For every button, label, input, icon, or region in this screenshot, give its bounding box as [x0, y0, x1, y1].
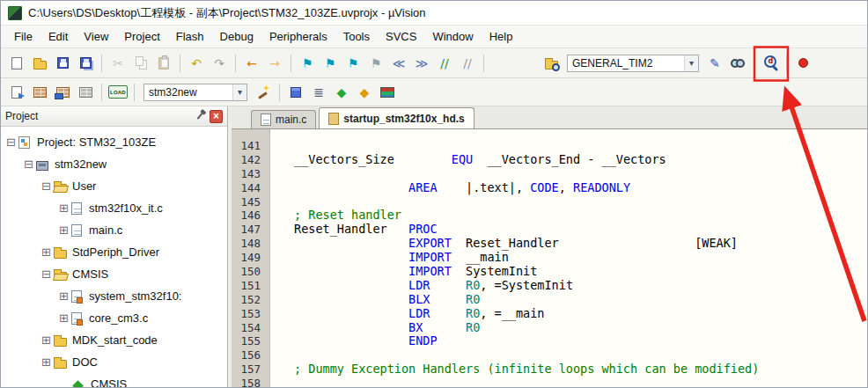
pin-icon[interactable] [193, 110, 206, 123]
build-icon[interactable] [29, 82, 50, 103]
menu-svcs[interactable]: SVCS [378, 26, 424, 47]
tree-item-cmsis[interactable]: ⊟CMSIS [1, 263, 227, 285]
chevron-down-icon[interactable] [684, 55, 698, 71]
menu-flash[interactable]: Flash [168, 26, 212, 47]
copy-icon[interactable] [130, 53, 151, 74]
chevron-down-icon[interactable] [232, 84, 246, 100]
comment-icon[interactable]: // [434, 53, 455, 74]
code-line[interactable]: 152 BLX R0 [232, 293, 867, 307]
tree-item-label: CMSIS [91, 377, 127, 387]
translate-icon[interactable] [6, 82, 27, 103]
collapse-icon[interactable]: ⊟ [6, 136, 18, 148]
tree-item-mdk-start-code[interactable]: ⊞MDK_start_code [1, 329, 227, 351]
code-line[interactable]: 149 IMPORT __main [232, 251, 867, 265]
expand-icon[interactable]: ⊞ [41, 356, 54, 368]
code-line[interactable]: 142__Vectors_Size EQU __Vectors_End - __… [232, 153, 867, 167]
search-icon[interactable] [727, 53, 748, 74]
tree-item-system-stm32f10[interactable]: ⊞system_stm32f10: [1, 285, 227, 307]
code-line[interactable]: 146; Reset handler [232, 209, 867, 223]
code-line[interactable]: 154 BX R0 [232, 321, 867, 335]
menu-tools[interactable]: Tools [335, 26, 378, 47]
tab-main-c[interactable]: main.c [251, 110, 316, 128]
indent-left-icon[interactable]: ≪ [388, 53, 409, 74]
collapse-icon[interactable]: ⊟ [24, 158, 36, 170]
tab-startup-s[interactable]: startup_stm32f10x_hd.s [319, 107, 474, 128]
books-icon[interactable] [377, 82, 398, 103]
open-file-icon[interactable] [29, 53, 50, 74]
nav-back-icon[interactable]: ← [241, 53, 262, 74]
expand-icon[interactable]: ⊞ [59, 312, 71, 324]
code-line[interactable]: 153 LDR R0, =__main [232, 307, 867, 321]
lookup-icon[interactable]: d [760, 53, 781, 74]
code-line[interactable]: 151 LDR R0, =SystemInit [232, 279, 867, 293]
code-line[interactable]: 144 AREA |.text|, CODE, READONLY [232, 181, 867, 195]
tree-item-user[interactable]: ⊟User [1, 175, 227, 197]
menu-project[interactable]: Project [116, 26, 167, 47]
uncomment-icon[interactable]: // [457, 53, 478, 74]
tree-item-stdperiph-driver[interactable]: ⊞StdPeriph_Driver [1, 241, 227, 263]
tree-item-stm32f10x-it-c[interactable]: ⊞stm32f10x_it.c [1, 197, 227, 219]
tree-item-core-cm3-c[interactable]: ⊞core_cm3.c [1, 307, 227, 329]
expand-icon[interactable]: ⊞ [59, 202, 71, 214]
rte-icon[interactable]: ◆ [331, 82, 352, 103]
paste-icon[interactable] [153, 53, 174, 74]
save-icon[interactable] [52, 53, 73, 74]
find-in-files-icon[interactable] [541, 53, 562, 74]
code-line[interactable]: 156 [232, 348, 867, 362]
expand-icon[interactable]: ⊞ [41, 246, 54, 258]
undo-icon[interactable]: ↶ [186, 53, 207, 74]
code-line[interactable]: 158 [232, 377, 867, 387]
download-icon[interactable]: LOAD [107, 82, 129, 103]
menu-file[interactable]: File [6, 26, 40, 47]
code-editor[interactable]: 141142__Vectors_Size EQU __Vectors_End -… [232, 129, 867, 387]
indent-right-icon[interactable]: ≫ [411, 53, 432, 74]
nav-forward-icon[interactable]: → [264, 53, 285, 74]
collapse-icon[interactable]: ⊟ [41, 180, 54, 192]
code-line[interactable]: 143 [232, 167, 867, 181]
menu-edit[interactable]: Edit [40, 26, 76, 47]
file-extensions-icon[interactable]: ≣ [308, 82, 329, 103]
tree-item-project-stm32-103ze[interactable]: ⊟Project: STM32_103ZE [1, 131, 227, 153]
code-line[interactable]: 147Reset_Handler PROC [232, 223, 867, 237]
expand-icon[interactable]: ⊞ [59, 290, 71, 302]
menu-view[interactable]: View [76, 26, 116, 47]
target-combo[interactable]: stm32new [143, 84, 247, 101]
code-line[interactable]: 155 ENDP [232, 334, 867, 348]
bookmark-clear-icon[interactable]: ⚑ [365, 53, 386, 74]
cut-icon[interactable]: ✂ [107, 53, 129, 74]
save-all-icon[interactable] [75, 53, 96, 74]
menu-peripherals[interactable]: Peripherals [261, 26, 335, 47]
code-line[interactable]: 150 IMPORT SystemInit [232, 265, 867, 279]
find-combo[interactable]: GENERAL_TIM2 [567, 55, 699, 72]
file-c-icon [71, 202, 82, 215]
code-line[interactable]: 145 [232, 195, 867, 209]
collapse-icon[interactable]: ⊟ [41, 268, 54, 280]
code-line[interactable]: 141 [232, 139, 867, 153]
target-options-icon[interactable] [253, 82, 274, 103]
code-line[interactable]: 157; Dummy Exception Handlers (infinite … [232, 362, 867, 377]
menu-debug[interactable]: Debug [212, 26, 261, 47]
menu-help[interactable]: Help [482, 26, 521, 47]
tree-item-cmsis[interactable]: CMSIS [1, 373, 227, 387]
bookmark-prev-icon[interactable]: ⚑ [320, 53, 341, 74]
line-text: BX R0 [270, 321, 480, 335]
tree-item-doc[interactable]: ⊞DOC [1, 351, 227, 373]
code-line[interactable]: 148 EXPORT Reset_Handler [WEAK] [232, 237, 867, 251]
menu-window[interactable]: Window [424, 26, 481, 47]
close-icon[interactable] [210, 110, 223, 123]
find-next-icon[interactable]: ✎ [704, 53, 725, 74]
breakpoint-icon[interactable] [792, 53, 813, 74]
batch-build-icon[interactable] [75, 82, 96, 103]
tree-item-stm32new[interactable]: ⊟stm32new [1, 153, 227, 175]
bookmark-toggle-icon[interactable]: ⚑ [297, 53, 318, 74]
tree-item-main-c[interactable]: ⊞main.c [1, 219, 227, 241]
bookmark-next-icon[interactable]: ⚑ [342, 53, 364, 74]
manage-components-icon[interactable] [285, 82, 306, 103]
new-file-icon[interactable] [6, 53, 27, 74]
pack-installer-icon[interactable]: ◆ [354, 82, 375, 103]
expand-icon[interactable]: ⊞ [41, 334, 54, 346]
rebuild-icon[interactable] [52, 82, 73, 103]
menu-bar: FileEditViewProjectFlashDebugPeripherals… [1, 26, 867, 48]
expand-icon[interactable]: ⊞ [59, 224, 71, 236]
redo-icon[interactable]: ↷ [209, 53, 230, 74]
